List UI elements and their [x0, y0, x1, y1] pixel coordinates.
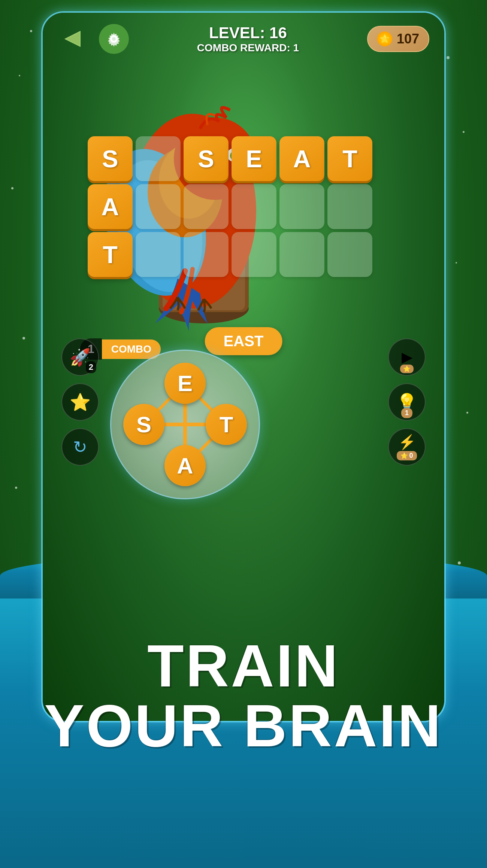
- video-reward-button[interactable]: ▶ ⭐: [388, 338, 426, 376]
- tile-empty-2-3: [232, 232, 276, 277]
- tile-empty-2-2: [184, 232, 229, 277]
- coin-small-icon: ⭐: [403, 365, 411, 372]
- tile-empty-0-1: [136, 136, 181, 181]
- word-grid: S S E A T A T: [88, 136, 372, 277]
- rocket-badge: 2: [86, 361, 96, 373]
- back-button[interactable]: [58, 24, 88, 54]
- coin-display: ⭐ 107: [367, 26, 429, 52]
- tile-empty-1-2: [184, 184, 229, 229]
- top-header: LEVEL: 16 COMBO REWARD: 1 ⭐ 107: [43, 24, 444, 54]
- tile-empty-2-5: [327, 232, 372, 277]
- svg-marker-13: [65, 31, 80, 46]
- tile-empty-2-4: [279, 232, 324, 277]
- tile-empty-1-1: [136, 184, 181, 229]
- coin-icon-small: ⭐: [400, 452, 408, 459]
- lightning-count: 0: [409, 452, 413, 460]
- wheel-letter-T[interactable]: T: [206, 404, 247, 445]
- train-line1: TRAIN: [0, 636, 487, 696]
- tile-empty-1-3: [232, 184, 276, 229]
- tile-A-0-4[interactable]: A: [279, 136, 324, 181]
- tile-S-0-2[interactable]: S: [184, 136, 229, 181]
- combo-reward-label: COMBO REWARD: 1: [129, 42, 367, 54]
- tile-E-0-3[interactable]: E: [232, 136, 276, 181]
- tile-A-1-0[interactable]: A: [88, 184, 133, 229]
- lightning-icon: ⚡: [398, 434, 416, 450]
- refresh-button[interactable]: ↻: [61, 428, 99, 466]
- wheel-letter-S[interactable]: S: [123, 404, 164, 445]
- wheel-letter-A[interactable]: A: [164, 445, 206, 486]
- wheel-letter-E[interactable]: E: [164, 363, 206, 404]
- rocket-button[interactable]: 🚀 2: [61, 338, 99, 376]
- coin-icon: ⭐: [377, 31, 392, 46]
- right-sidebar: ▶ ⭐ 💡 1 ⚡ ⭐ 0: [388, 338, 426, 466]
- tile-empty-1-4: [279, 184, 324, 229]
- left-sidebar: 🚀 2 ⭐ ↻: [61, 338, 99, 466]
- tile-T-0-5[interactable]: T: [327, 136, 372, 181]
- hint-button[interactable]: 💡 1: [388, 383, 426, 421]
- tile-empty-1-5: [327, 184, 372, 229]
- hint-badge: 1: [401, 408, 412, 418]
- lightning-button[interactable]: ⚡ ⭐ 0: [388, 428, 426, 466]
- settings-button[interactable]: [99, 24, 129, 54]
- tile-S-0-0[interactable]: S: [88, 136, 133, 181]
- level-info: LEVEL: 16 COMBO REWARD: 1: [129, 24, 367, 54]
- tile-T-2-0[interactable]: T: [88, 232, 133, 277]
- coin-count: 107: [397, 31, 419, 47]
- refresh-icon: ↻: [73, 437, 87, 457]
- tile-empty-2-1: [136, 232, 181, 277]
- level-title: LEVEL: 16: [129, 24, 367, 42]
- phone-frame: LEVEL: 16 COMBO REWARD: 1 ⭐ 107 S S E A …: [41, 11, 446, 722]
- star-icon: ⭐: [70, 392, 91, 412]
- letter-wheel: E S T A: [110, 350, 260, 499]
- video-icon: ▶: [402, 349, 412, 365]
- star-button[interactable]: ⭐: [61, 383, 99, 421]
- train-line2: YOUR BRAIN: [0, 696, 487, 756]
- footer-text: TRAIN YOUR BRAIN: [0, 636, 487, 756]
